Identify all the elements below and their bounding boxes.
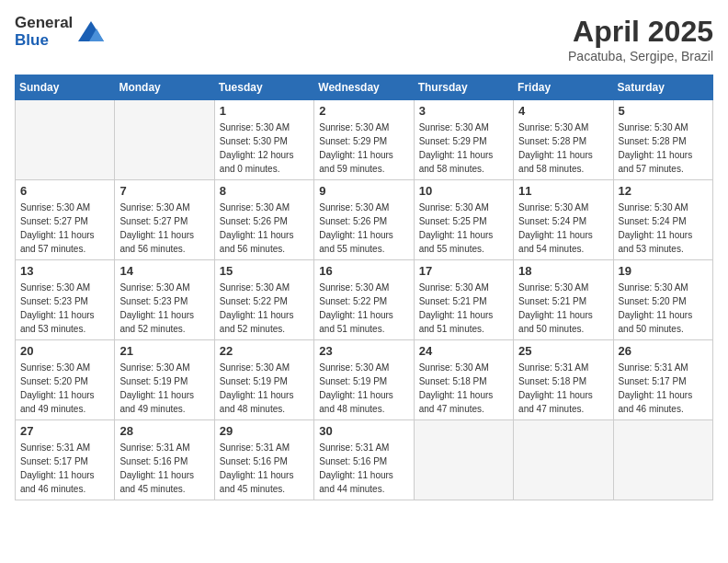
weekday-header-tuesday: Tuesday xyxy=(214,75,313,100)
day-detail: Sunrise: 5:30 AMSunset: 5:22 PMDaylight:… xyxy=(319,281,408,336)
day-number: 29 xyxy=(220,424,309,438)
week-row-4: 20Sunrise: 5:30 AMSunset: 5:20 PMDayligh… xyxy=(16,340,713,420)
day-number: 6 xyxy=(20,184,109,198)
week-row-2: 6Sunrise: 5:30 AMSunset: 5:27 PMDaylight… xyxy=(16,180,713,260)
day-number: 24 xyxy=(419,344,508,358)
day-number: 26 xyxy=(619,344,708,358)
calendar-cell: 19Sunrise: 5:30 AMSunset: 5:20 PMDayligh… xyxy=(613,260,712,340)
day-detail: Sunrise: 5:30 AMSunset: 5:24 PMDaylight:… xyxy=(518,201,608,256)
calendar-cell: 9Sunrise: 5:30 AMSunset: 5:26 PMDaylight… xyxy=(314,180,414,260)
calendar-cell: 5Sunrise: 5:30 AMSunset: 5:28 PMDaylight… xyxy=(613,100,712,180)
day-detail: Sunrise: 5:31 AMSunset: 5:18 PMDaylight:… xyxy=(518,361,608,416)
weekday-header-wednesday: Wednesday xyxy=(314,75,414,100)
day-number: 9 xyxy=(319,184,408,198)
day-detail: Sunrise: 5:30 AMSunset: 5:27 PMDaylight:… xyxy=(119,201,209,256)
calendar-cell: 10Sunrise: 5:30 AMSunset: 5:25 PMDayligh… xyxy=(414,180,513,260)
day-number: 18 xyxy=(518,264,608,278)
day-number: 1 xyxy=(220,104,309,118)
day-detail: Sunrise: 5:30 AMSunset: 5:26 PMDaylight:… xyxy=(220,201,309,256)
day-number: 20 xyxy=(20,344,109,358)
calendar-cell: 3Sunrise: 5:30 AMSunset: 5:29 PMDaylight… xyxy=(414,100,513,180)
weekday-header-thursday: Thursday xyxy=(414,75,513,100)
day-detail: Sunrise: 5:30 AMSunset: 5:22 PMDaylight:… xyxy=(220,281,309,336)
page-header: General Blue April 2025 Pacatuba, Sergip… xyxy=(15,15,713,63)
day-detail: Sunrise: 5:31 AMSunset: 5:17 PMDaylight:… xyxy=(619,361,708,416)
day-detail: Sunrise: 5:30 AMSunset: 5:21 PMDaylight:… xyxy=(518,281,608,336)
day-detail: Sunrise: 5:30 AMSunset: 5:27 PMDaylight:… xyxy=(20,201,109,256)
calendar-cell: 22Sunrise: 5:30 AMSunset: 5:19 PMDayligh… xyxy=(214,340,313,420)
day-number: 19 xyxy=(619,264,708,278)
weekday-header-sunday: Sunday xyxy=(16,75,115,100)
day-number: 14 xyxy=(119,264,209,278)
calendar-cell: 20Sunrise: 5:30 AMSunset: 5:20 PMDayligh… xyxy=(16,340,115,420)
day-detail: Sunrise: 5:30 AMSunset: 5:28 PMDaylight:… xyxy=(619,121,708,176)
calendar-cell: 8Sunrise: 5:30 AMSunset: 5:26 PMDaylight… xyxy=(214,180,313,260)
calendar-cell: 26Sunrise: 5:31 AMSunset: 5:17 PMDayligh… xyxy=(613,340,712,420)
calendar-cell xyxy=(16,100,115,180)
day-detail: Sunrise: 5:30 AMSunset: 5:20 PMDaylight:… xyxy=(20,361,109,416)
day-number: 21 xyxy=(119,344,209,358)
calendar-cell: 4Sunrise: 5:30 AMSunset: 5:28 PMDaylight… xyxy=(514,100,613,180)
day-detail: Sunrise: 5:31 AMSunset: 5:17 PMDaylight:… xyxy=(20,441,109,496)
calendar-cell: 28Sunrise: 5:31 AMSunset: 5:16 PMDayligh… xyxy=(115,420,214,500)
day-detail: Sunrise: 5:30 AMSunset: 5:26 PMDaylight:… xyxy=(319,201,408,256)
day-number: 15 xyxy=(220,264,309,278)
day-detail: Sunrise: 5:30 AMSunset: 5:29 PMDaylight:… xyxy=(319,121,408,176)
month-title: April 2025 xyxy=(568,15,713,49)
day-detail: Sunrise: 5:30 AMSunset: 5:25 PMDaylight:… xyxy=(419,201,508,256)
logo-general: General xyxy=(15,15,73,32)
calendar-cell: 27Sunrise: 5:31 AMSunset: 5:17 PMDayligh… xyxy=(16,420,115,500)
weekday-header-monday: Monday xyxy=(115,75,214,100)
calendar-cell: 11Sunrise: 5:30 AMSunset: 5:24 PMDayligh… xyxy=(514,180,613,260)
calendar-cell: 17Sunrise: 5:30 AMSunset: 5:21 PMDayligh… xyxy=(414,260,513,340)
calendar-cell: 16Sunrise: 5:30 AMSunset: 5:22 PMDayligh… xyxy=(314,260,414,340)
calendar-cell xyxy=(613,420,712,500)
day-number: 28 xyxy=(119,424,209,438)
day-detail: Sunrise: 5:30 AMSunset: 5:19 PMDaylight:… xyxy=(220,361,309,416)
title-area: April 2025 Pacatuba, Sergipe, Brazil xyxy=(568,15,713,63)
logo-icon xyxy=(76,19,106,45)
calendar-cell: 24Sunrise: 5:30 AMSunset: 5:18 PMDayligh… xyxy=(414,340,513,420)
calendar-cell: 14Sunrise: 5:30 AMSunset: 5:23 PMDayligh… xyxy=(115,260,214,340)
day-number: 16 xyxy=(319,264,408,278)
calendar-cell: 29Sunrise: 5:31 AMSunset: 5:16 PMDayligh… xyxy=(214,420,313,500)
day-detail: Sunrise: 5:30 AMSunset: 5:28 PMDaylight:… xyxy=(518,121,608,176)
calendar-cell: 13Sunrise: 5:30 AMSunset: 5:23 PMDayligh… xyxy=(16,260,115,340)
day-detail: Sunrise: 5:30 AMSunset: 5:23 PMDaylight:… xyxy=(20,281,109,336)
day-detail: Sunrise: 5:31 AMSunset: 5:16 PMDaylight:… xyxy=(319,441,408,496)
calendar-cell: 15Sunrise: 5:30 AMSunset: 5:22 PMDayligh… xyxy=(214,260,313,340)
logo-blue: Blue xyxy=(15,32,73,50)
weekday-header-saturday: Saturday xyxy=(613,75,712,100)
day-number: 23 xyxy=(319,344,408,358)
day-number: 4 xyxy=(518,104,608,118)
week-row-5: 27Sunrise: 5:31 AMSunset: 5:17 PMDayligh… xyxy=(16,420,713,500)
day-detail: Sunrise: 5:30 AMSunset: 5:29 PMDaylight:… xyxy=(419,121,508,176)
day-number: 5 xyxy=(619,104,708,118)
weekday-header-friday: Friday xyxy=(514,75,613,100)
day-detail: Sunrise: 5:30 AMSunset: 5:19 PMDaylight:… xyxy=(319,361,408,416)
day-number: 7 xyxy=(119,184,209,198)
day-detail: Sunrise: 5:30 AMSunset: 5:20 PMDaylight:… xyxy=(619,281,708,336)
logo: General Blue xyxy=(15,15,106,49)
day-number: 10 xyxy=(419,184,508,198)
day-detail: Sunrise: 5:31 AMSunset: 5:16 PMDaylight:… xyxy=(220,441,309,496)
day-detail: Sunrise: 5:30 AMSunset: 5:23 PMDaylight:… xyxy=(119,281,209,336)
weekday-header-row: SundayMondayTuesdayWednesdayThursdayFrid… xyxy=(16,75,713,100)
day-detail: Sunrise: 5:30 AMSunset: 5:30 PMDaylight:… xyxy=(220,121,309,176)
calendar-cell: 7Sunrise: 5:30 AMSunset: 5:27 PMDaylight… xyxy=(115,180,214,260)
day-number: 2 xyxy=(319,104,408,118)
calendar-cell xyxy=(414,420,513,500)
day-number: 13 xyxy=(20,264,109,278)
day-number: 12 xyxy=(619,184,708,198)
calendar-cell: 18Sunrise: 5:30 AMSunset: 5:21 PMDayligh… xyxy=(514,260,613,340)
calendar-cell xyxy=(115,100,214,180)
location-subtitle: Pacatuba, Sergipe, Brazil xyxy=(568,49,713,63)
calendar-cell: 21Sunrise: 5:30 AMSunset: 5:19 PMDayligh… xyxy=(115,340,214,420)
calendar-cell: 12Sunrise: 5:30 AMSunset: 5:24 PMDayligh… xyxy=(613,180,712,260)
calendar-table: SundayMondayTuesdayWednesdayThursdayFrid… xyxy=(15,75,713,500)
day-number: 3 xyxy=(419,104,508,118)
day-detail: Sunrise: 5:30 AMSunset: 5:21 PMDaylight:… xyxy=(419,281,508,336)
day-detail: Sunrise: 5:30 AMSunset: 5:18 PMDaylight:… xyxy=(419,361,508,416)
calendar-cell: 2Sunrise: 5:30 AMSunset: 5:29 PMDaylight… xyxy=(314,100,414,180)
week-row-3: 13Sunrise: 5:30 AMSunset: 5:23 PMDayligh… xyxy=(16,260,713,340)
